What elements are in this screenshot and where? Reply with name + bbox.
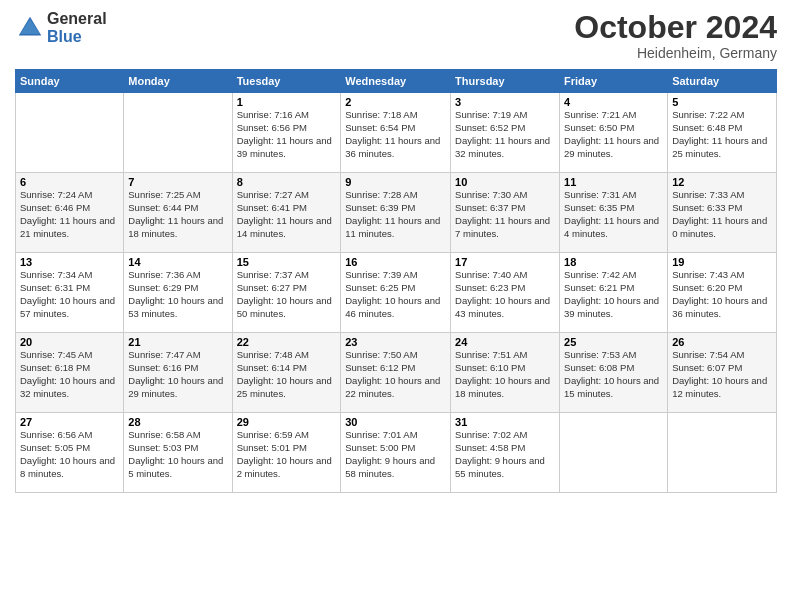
day-number: 21 [128,336,227,348]
day-info: Sunrise: 7:25 AM Sunset: 6:44 PM Dayligh… [128,189,227,240]
calendar-week-2: 6Sunrise: 7:24 AM Sunset: 6:46 PM Daylig… [16,173,777,253]
calendar-header-tuesday: Tuesday [232,70,341,93]
day-number: 22 [237,336,337,348]
day-info: Sunrise: 7:40 AM Sunset: 6:23 PM Dayligh… [455,269,555,320]
day-number: 17 [455,256,555,268]
calendar-cell: 7Sunrise: 7:25 AM Sunset: 6:44 PM Daylig… [124,173,232,253]
calendar-table: SundayMondayTuesdayWednesdayThursdayFrid… [15,69,777,493]
day-number: 23 [345,336,446,348]
calendar-cell [560,413,668,493]
calendar-header-friday: Friday [560,70,668,93]
day-info: Sunrise: 7:16 AM Sunset: 6:56 PM Dayligh… [237,109,337,160]
day-info: Sunrise: 7:30 AM Sunset: 6:37 PM Dayligh… [455,189,555,240]
logo-general-text: General [47,10,107,28]
day-number: 8 [237,176,337,188]
day-number: 2 [345,96,446,108]
svg-marker-1 [20,19,40,34]
day-info: Sunrise: 7:28 AM Sunset: 6:39 PM Dayligh… [345,189,446,240]
calendar-header-thursday: Thursday [451,70,560,93]
logo-icon [15,13,45,43]
day-info: Sunrise: 7:47 AM Sunset: 6:16 PM Dayligh… [128,349,227,400]
day-number: 16 [345,256,446,268]
day-info: Sunrise: 7:31 AM Sunset: 6:35 PM Dayligh… [564,189,663,240]
calendar-cell: 16Sunrise: 7:39 AM Sunset: 6:25 PM Dayli… [341,253,451,333]
calendar-cell: 25Sunrise: 7:53 AM Sunset: 6:08 PM Dayli… [560,333,668,413]
day-info: Sunrise: 7:45 AM Sunset: 6:18 PM Dayligh… [20,349,119,400]
calendar-cell: 4Sunrise: 7:21 AM Sunset: 6:50 PM Daylig… [560,93,668,173]
calendar-cell: 31Sunrise: 7:02 AM Sunset: 4:58 PM Dayli… [451,413,560,493]
day-info: Sunrise: 7:39 AM Sunset: 6:25 PM Dayligh… [345,269,446,320]
day-info: Sunrise: 7:33 AM Sunset: 6:33 PM Dayligh… [672,189,772,240]
day-info: Sunrise: 6:58 AM Sunset: 5:03 PM Dayligh… [128,429,227,480]
calendar-cell: 8Sunrise: 7:27 AM Sunset: 6:41 PM Daylig… [232,173,341,253]
calendar-cell: 11Sunrise: 7:31 AM Sunset: 6:35 PM Dayli… [560,173,668,253]
calendar-cell: 26Sunrise: 7:54 AM Sunset: 6:07 PM Dayli… [668,333,777,413]
calendar-cell: 6Sunrise: 7:24 AM Sunset: 6:46 PM Daylig… [16,173,124,253]
day-info: Sunrise: 7:50 AM Sunset: 6:12 PM Dayligh… [345,349,446,400]
calendar-week-4: 20Sunrise: 7:45 AM Sunset: 6:18 PM Dayli… [16,333,777,413]
calendar-header-wednesday: Wednesday [341,70,451,93]
day-info: Sunrise: 7:01 AM Sunset: 5:00 PM Dayligh… [345,429,446,480]
calendar-cell: 24Sunrise: 7:51 AM Sunset: 6:10 PM Dayli… [451,333,560,413]
month-title: October 2024 [574,10,777,45]
day-number: 30 [345,416,446,428]
calendar-header-monday: Monday [124,70,232,93]
day-number: 31 [455,416,555,428]
day-info: Sunrise: 7:37 AM Sunset: 6:27 PM Dayligh… [237,269,337,320]
day-number: 14 [128,256,227,268]
calendar-cell [124,93,232,173]
calendar-cell: 23Sunrise: 7:50 AM Sunset: 6:12 PM Dayli… [341,333,451,413]
calendar-cell: 17Sunrise: 7:40 AM Sunset: 6:23 PM Dayli… [451,253,560,333]
calendar-header-row: SundayMondayTuesdayWednesdayThursdayFrid… [16,70,777,93]
day-number: 5 [672,96,772,108]
calendar-cell: 21Sunrise: 7:47 AM Sunset: 6:16 PM Dayli… [124,333,232,413]
calendar-cell: 19Sunrise: 7:43 AM Sunset: 6:20 PM Dayli… [668,253,777,333]
day-info: Sunrise: 7:24 AM Sunset: 6:46 PM Dayligh… [20,189,119,240]
day-info: Sunrise: 7:36 AM Sunset: 6:29 PM Dayligh… [128,269,227,320]
calendar-cell: 18Sunrise: 7:42 AM Sunset: 6:21 PM Dayli… [560,253,668,333]
day-info: Sunrise: 7:21 AM Sunset: 6:50 PM Dayligh… [564,109,663,160]
calendar-cell: 12Sunrise: 7:33 AM Sunset: 6:33 PM Dayli… [668,173,777,253]
page-header: General Blue October 2024 Heidenheim, Ge… [15,10,777,61]
calendar-week-1: 1Sunrise: 7:16 AM Sunset: 6:56 PM Daylig… [16,93,777,173]
day-number: 6 [20,176,119,188]
calendar-cell: 10Sunrise: 7:30 AM Sunset: 6:37 PM Dayli… [451,173,560,253]
day-info: Sunrise: 7:51 AM Sunset: 6:10 PM Dayligh… [455,349,555,400]
calendar-cell: 3Sunrise: 7:19 AM Sunset: 6:52 PM Daylig… [451,93,560,173]
calendar-cell [16,93,124,173]
day-info: Sunrise: 7:48 AM Sunset: 6:14 PM Dayligh… [237,349,337,400]
calendar-cell: 29Sunrise: 6:59 AM Sunset: 5:01 PM Dayli… [232,413,341,493]
day-number: 15 [237,256,337,268]
day-info: Sunrise: 7:02 AM Sunset: 4:58 PM Dayligh… [455,429,555,480]
day-info: Sunrise: 7:34 AM Sunset: 6:31 PM Dayligh… [20,269,119,320]
calendar-cell: 13Sunrise: 7:34 AM Sunset: 6:31 PM Dayli… [16,253,124,333]
day-number: 3 [455,96,555,108]
calendar-week-3: 13Sunrise: 7:34 AM Sunset: 6:31 PM Dayli… [16,253,777,333]
day-number: 7 [128,176,227,188]
day-number: 24 [455,336,555,348]
calendar-cell [668,413,777,493]
title-section: October 2024 Heidenheim, Germany [574,10,777,61]
calendar-cell: 22Sunrise: 7:48 AM Sunset: 6:14 PM Dayli… [232,333,341,413]
location: Heidenheim, Germany [574,45,777,61]
day-number: 12 [672,176,772,188]
day-number: 9 [345,176,446,188]
day-info: Sunrise: 7:27 AM Sunset: 6:41 PM Dayligh… [237,189,337,240]
day-number: 28 [128,416,227,428]
logo: General Blue [15,10,107,45]
day-number: 27 [20,416,119,428]
day-info: Sunrise: 6:59 AM Sunset: 5:01 PM Dayligh… [237,429,337,480]
day-info: Sunrise: 7:42 AM Sunset: 6:21 PM Dayligh… [564,269,663,320]
day-number: 4 [564,96,663,108]
day-info: Sunrise: 7:43 AM Sunset: 6:20 PM Dayligh… [672,269,772,320]
calendar-header-saturday: Saturday [668,70,777,93]
day-number: 13 [20,256,119,268]
day-number: 25 [564,336,663,348]
calendar-cell: 28Sunrise: 6:58 AM Sunset: 5:03 PM Dayli… [124,413,232,493]
day-info: Sunrise: 7:19 AM Sunset: 6:52 PM Dayligh… [455,109,555,160]
day-number: 26 [672,336,772,348]
logo-blue-text: Blue [47,28,107,46]
day-info: Sunrise: 6:56 AM Sunset: 5:05 PM Dayligh… [20,429,119,480]
day-info: Sunrise: 7:22 AM Sunset: 6:48 PM Dayligh… [672,109,772,160]
day-info: Sunrise: 7:53 AM Sunset: 6:08 PM Dayligh… [564,349,663,400]
